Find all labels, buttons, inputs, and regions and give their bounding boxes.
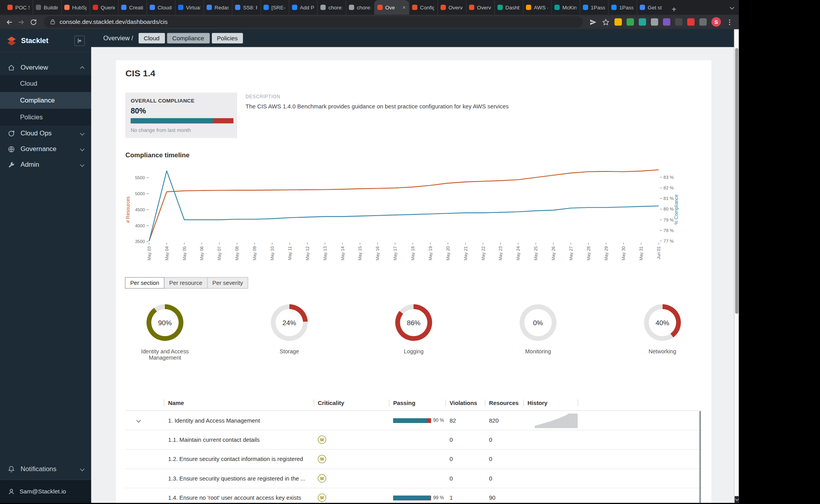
row-violations: 0 (445, 430, 485, 449)
svg-text:77 %: 77 % (663, 239, 674, 243)
bookmark-star-icon[interactable] (602, 18, 610, 26)
sidebar-item-label: Cloud Ops (20, 130, 51, 137)
extension-icon[interactable] (651, 18, 658, 26)
browser-tab[interactable]: Ove× (374, 0, 409, 14)
svg-text:May 03: May 03 (147, 246, 152, 260)
table-header-resources: Resources (485, 395, 523, 410)
send-icon[interactable] (589, 18, 597, 26)
address-bar[interactable]: console.dev.stacklet.dev/dashboards/cis (44, 16, 583, 27)
chevron-down-icon[interactable] (136, 418, 141, 423)
browser-tab[interactable]: Overvi (466, 0, 495, 14)
sections-table: NameCriticalityPassingViolationsResource… (125, 395, 702, 503)
row-resources: 0 (485, 450, 523, 468)
sidebar-item-governance[interactable]: Governance (0, 141, 91, 157)
browser-tab[interactable]: POC Su (4, 0, 33, 14)
governance-icon (7, 145, 15, 153)
browser-tab[interactable]: Overvi (437, 0, 466, 14)
browser-tab[interactable]: [SRE-7 (260, 0, 289, 14)
sidebar-item-overview[interactable]: Overview (0, 59, 91, 75)
header-tab-policies[interactable]: Policies (211, 33, 243, 43)
sidebar-item-notifications[interactable]: Notifications (0, 461, 91, 477)
donut-value: 86% (407, 319, 421, 326)
browser-tab[interactable]: Config (409, 0, 437, 14)
sidebar-subpanel: CloudCompliancePolicies (0, 75, 91, 125)
view-tab-per-severity[interactable]: Per severity (207, 277, 248, 288)
passing-label: 99 % (433, 495, 444, 500)
browser-tab[interactable]: chore: (346, 0, 374, 14)
row-passing (389, 469, 445, 488)
extension-icon[interactable] (675, 18, 683, 26)
browser-tab[interactable]: 1Passw (608, 0, 637, 14)
extension-icon[interactable] (639, 18, 646, 26)
browser-tab[interactable]: Dashb (494, 0, 523, 14)
table-row[interactable]: 1.3. Ensure security questions are regis… (125, 469, 702, 488)
new-tab-button[interactable]: + (668, 3, 680, 14)
donut-chart-logging: 86%Logging (374, 304, 453, 361)
scrollbar-thumb[interactable] (735, 48, 738, 314)
extension-icon[interactable] (687, 18, 695, 26)
table-row[interactable]: 1.1. Maintain current contact detailsM00 (125, 430, 702, 450)
browser-tab[interactable]: Querie (90, 0, 118, 14)
tab-search-chevron-icon[interactable] (730, 5, 734, 9)
profile-avatar[interactable]: S (712, 17, 721, 27)
row-violations: 0 (445, 450, 485, 468)
sidebar-item-cloud[interactable]: Cloud (0, 75, 91, 92)
browser-tab[interactable]: Creatin (118, 0, 146, 14)
sidebar-item-admin[interactable]: Admin (0, 157, 91, 173)
browser-tab[interactable]: chore: (317, 0, 346, 14)
tab-favicon (235, 5, 240, 10)
sidebar-item-compliance[interactable]: Compliance (0, 92, 91, 109)
svg-text:81 %: 81 % (663, 196, 674, 201)
header-tab-compliance[interactable]: Compliance (167, 33, 210, 43)
browser-tab[interactable]: Get sta (637, 0, 665, 14)
browser-tab[interactable]: Buildin (33, 0, 61, 14)
back-icon[interactable] (5, 18, 13, 26)
svg-text:May 20: May 20 (446, 246, 450, 260)
browser-tab[interactable]: 1Passw (580, 0, 608, 14)
row-resources: 0 (485, 430, 523, 449)
view-tab-per-section[interactable]: Per section (125, 277, 164, 288)
tab-close-icon[interactable]: × (403, 4, 406, 10)
browser-tab[interactable]: Redash (203, 0, 232, 14)
extension-icon[interactable] (663, 18, 670, 26)
svg-text:May 07: May 07 (217, 246, 222, 260)
kebab-menu-icon[interactable] (726, 18, 733, 26)
expander-cell (125, 430, 164, 449)
extension-icon[interactable] (699, 18, 707, 26)
donut-ring: 86% (395, 304, 432, 341)
app-frame: Stacklet OverviewCloudCompliancePolicies… (0, 29, 739, 503)
overall-compliance-value: 80% (131, 107, 232, 115)
header-tab-cloud[interactable]: Cloud (139, 33, 165, 43)
breadcrumb-overview[interactable]: Overview (103, 34, 130, 42)
table-row[interactable]: 1.4. Ensure no 'root' user account acces… (125, 488, 702, 503)
svg-text:May 29: May 29 (604, 246, 609, 260)
view-tab-per-resource[interactable]: Per resource (164, 277, 208, 288)
svg-text:4500: 4500 (135, 207, 145, 212)
svg-text:May 22: May 22 (481, 246, 486, 260)
tab-favicon (377, 5, 383, 10)
table-scrollbar[interactable] (699, 411, 701, 503)
browser-tab[interactable]: Cloudh (146, 0, 175, 14)
browser-tab[interactable]: McKin (551, 0, 580, 14)
sidebar-item-cloud-ops[interactable]: Cloud Ops (0, 126, 91, 141)
extension-icon[interactable] (627, 18, 634, 26)
sidebar-collapse-button[interactable] (74, 35, 85, 46)
row-passing (389, 450, 445, 468)
browser-tab[interactable]: Add Pa (289, 0, 317, 14)
forward-icon[interactable] (17, 18, 25, 26)
reload-icon[interactable] (29, 18, 37, 26)
row-violations: 1 (445, 488, 485, 503)
browser-tab[interactable]: SS8: Re (232, 0, 260, 14)
browser-tab[interactable]: AWS - (523, 0, 551, 14)
passing-bar-fill (393, 495, 431, 500)
svg-text:May 04: May 04 (164, 246, 169, 260)
browser-tab[interactable]: Virtual (175, 0, 204, 14)
browser-tab[interactable]: HubSp (61, 0, 90, 14)
table-row[interactable]: 1.2. Ensure security contact information… (125, 450, 702, 469)
tab-title: SS8: Re (243, 4, 257, 10)
sidebar-user[interactable]: Sam@Stacklet.io (0, 479, 91, 503)
table-row[interactable]: 1. Identity and Access Management90 %828… (125, 411, 702, 430)
scrollbar-down-button[interactable] (735, 496, 739, 503)
sidebar-item-policies[interactable]: Policies (0, 109, 91, 126)
extension-icon[interactable] (614, 18, 622, 26)
